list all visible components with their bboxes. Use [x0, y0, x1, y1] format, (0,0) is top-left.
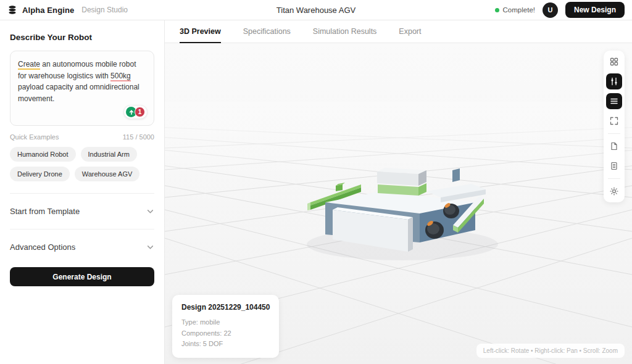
tab-simulation-results[interactable]: Simulation Results	[313, 20, 377, 43]
collapsible-sections: Start from TemplateAdvanced Options	[10, 205, 154, 253]
example-chip[interactable]: Delivery Drone	[10, 167, 70, 181]
status-indicator: Complete!	[495, 6, 535, 14]
robot-sensor-tower	[377, 168, 426, 196]
prompt-text-flagged-spelling: 500kg	[110, 72, 131, 81]
writing-assistant-widget[interactable]: 1	[123, 105, 148, 119]
layers-logo-icon	[7, 5, 17, 15]
sliders-icon[interactable]	[606, 73, 622, 89]
sun-icon[interactable]	[606, 183, 622, 199]
char-counter: 115 / 5000	[123, 133, 154, 141]
brand-name: Alpha Engine	[22, 6, 74, 15]
tab-3d-preview[interactable]: 3D Preview	[180, 20, 221, 43]
design-info-card: Design 20251229_104450 Type: mobileCompo…	[172, 295, 279, 358]
example-chip[interactable]: Warehouse AGV	[75, 167, 140, 181]
list-icon[interactable]	[606, 93, 622, 109]
example-chip[interactable]: Humanoid Robot	[10, 147, 76, 162]
assistant-issue-count: 1	[135, 107, 145, 117]
design-info-row: Components: 22	[181, 328, 270, 339]
prompt-text-2: payload capacity and omnidirectional mov…	[18, 83, 139, 103]
chevron-down-icon	[146, 207, 154, 215]
brand-subtitle: Design Studio	[81, 6, 128, 14]
example-chips: Humanoid RobotIndustrial ArmDelivery Dro…	[10, 147, 154, 181]
status-text: Complete!	[503, 6, 535, 14]
file-icon[interactable]	[606, 138, 622, 154]
chevron-down-icon	[146, 243, 154, 251]
report-icon[interactable]	[606, 158, 622, 174]
app-header: Alpha Engine Design Studio Titan Warehou…	[0, 0, 632, 20]
example-chip[interactable]: Industrial Arm	[81, 147, 137, 162]
section-label: Advanced Options	[10, 242, 75, 252]
grid-view-icon[interactable]	[606, 54, 622, 70]
prompt-text-flagged-grammar: Create	[18, 60, 40, 70]
quick-examples-label: Quick Examples	[10, 133, 59, 141]
status-dot	[495, 8, 499, 12]
robot-description-input[interactable]: Create an autonomous mobile robot for wa…	[10, 51, 154, 126]
design-info-row: Joints: 5 DOF	[181, 339, 270, 350]
toolbar-divider	[608, 133, 620, 134]
controls-hint: Left-click: Rotate • Right-click: Pan • …	[476, 344, 625, 358]
tab-specifications[interactable]: Specifications	[243, 20, 291, 43]
section-label: Start from Template	[10, 207, 80, 216]
3d-viewport[interactable]: Design 20251229_104450 Type: mobileCompo…	[165, 43, 632, 364]
sidebar-heading: Describe Your Robot	[10, 33, 154, 42]
document-title: Titan Warehouse AGV	[276, 6, 356, 15]
design-info-row: Type: mobile	[181, 317, 270, 328]
viewport-toolbar	[604, 51, 625, 202]
generate-design-button[interactable]: Generate Design	[10, 267, 154, 286]
section-toggle-advanced-options[interactable]: Advanced Options	[10, 241, 154, 253]
toolbar-divider	[608, 178, 620, 179]
preview-tabs: 3D PreviewSpecificationsSimulation Resul…	[165, 20, 632, 43]
tab-export[interactable]: Export	[399, 20, 421, 43]
section-toggle-start-from-template[interactable]: Start from Template	[10, 205, 154, 217]
maximize-icon[interactable]	[606, 113, 622, 129]
design-id: Design 20251229_104450	[181, 303, 270, 312]
sidebar: Describe Your Robot Create an autonomous…	[0, 20, 165, 364]
new-design-button[interactable]: New Design	[565, 2, 625, 18]
user-avatar[interactable]: U	[543, 2, 558, 18]
